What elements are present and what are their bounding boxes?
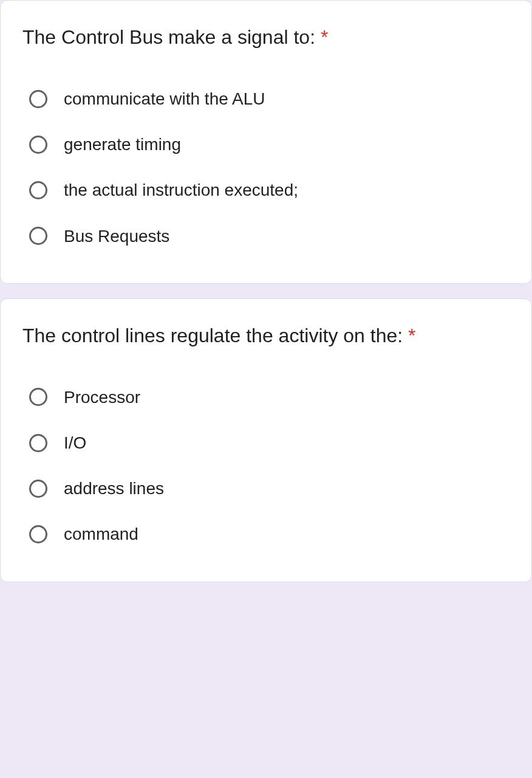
question-text: The control lines regulate the activity … xyxy=(22,325,403,346)
radio-unchecked-icon xyxy=(27,225,49,247)
radio-unchecked-icon xyxy=(27,88,49,110)
required-indicator: * xyxy=(321,26,328,48)
radio-unchecked-icon xyxy=(27,432,49,454)
svg-point-7 xyxy=(30,526,47,542)
question-title: The Control Bus make a signal to: * xyxy=(22,22,510,52)
options-group-1: communicate with the ALU generate timing… xyxy=(22,76,510,259)
question-title: The control lines regulate the activity … xyxy=(22,321,510,350)
radio-option[interactable]: communicate with the ALU xyxy=(22,76,510,122)
svg-point-3 xyxy=(30,228,47,244)
radio-unchecked-icon xyxy=(27,179,49,201)
option-label: the actual instruction executed; xyxy=(64,178,298,202)
svg-point-6 xyxy=(30,480,47,497)
radio-option[interactable]: the actual instruction executed; xyxy=(22,167,510,213)
radio-unchecked-icon xyxy=(27,386,49,408)
options-group-2: Processor I/O address lines command xyxy=(22,374,510,557)
option-label: command xyxy=(64,522,138,546)
svg-point-5 xyxy=(30,435,47,451)
option-label: Bus Requests xyxy=(64,224,169,248)
question-card-2: The control lines regulate the activity … xyxy=(0,298,532,582)
radio-option[interactable]: Bus Requests xyxy=(22,213,510,259)
svg-point-0 xyxy=(30,91,47,107)
question-text: The Control Bus make a signal to: xyxy=(22,26,315,48)
option-label: Processor xyxy=(64,385,140,409)
radio-unchecked-icon xyxy=(27,523,49,545)
option-label: communicate with the ALU xyxy=(64,87,265,111)
svg-point-4 xyxy=(30,389,47,405)
option-label: address lines xyxy=(64,477,164,500)
option-label: I/O xyxy=(64,431,86,455)
radio-unchecked-icon xyxy=(27,134,49,156)
option-label: generate timing xyxy=(64,133,181,156)
radio-option[interactable]: command xyxy=(22,511,510,557)
radio-unchecked-icon xyxy=(27,478,49,500)
svg-point-1 xyxy=(30,136,47,153)
radio-option[interactable]: generate timing xyxy=(22,122,510,167)
question-card-1: The Control Bus make a signal to: * comm… xyxy=(0,0,532,284)
radio-option[interactable]: I/O xyxy=(22,420,510,466)
required-indicator: * xyxy=(408,325,415,346)
radio-option[interactable]: Processor xyxy=(22,374,510,420)
radio-option[interactable]: address lines xyxy=(22,466,510,511)
svg-point-2 xyxy=(30,182,47,198)
